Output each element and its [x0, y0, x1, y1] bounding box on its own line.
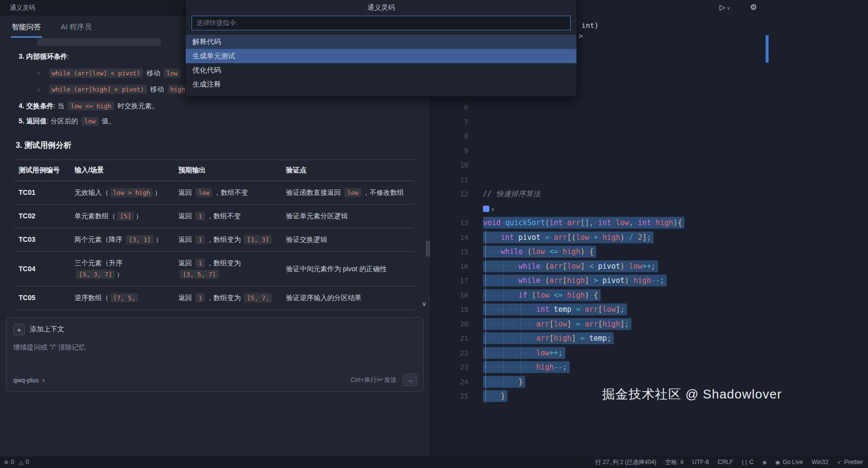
text: 返回 — [178, 188, 194, 196]
code-token: ] — [567, 320, 572, 328]
code-token: arr — [554, 233, 567, 242]
line-number[interactable]: 20 — [432, 320, 468, 328]
code-token: / — [629, 233, 633, 242]
code-line: 9 — [432, 143, 868, 158]
code-token: low — [536, 349, 549, 357]
quickpick-option[interactable]: 解释代码 — [186, 35, 577, 49]
line-number[interactable]: 23 — [432, 363, 468, 371]
line-number[interactable]: 24 — [432, 378, 468, 386]
chat-input-placeholder[interactable]: 继续提问或 "/" 清除记忆 — [13, 343, 416, 352]
line-number[interactable]: 18 — [432, 291, 468, 299]
tab-smart-qa[interactable]: 智能问答 — [11, 20, 42, 35]
code-token: high — [536, 363, 554, 372]
statusbar-encoding[interactable]: UTF-8 — [692, 459, 709, 466]
code-token: = — [576, 305, 580, 314]
line-content: ········while·(arr[high]·>·pivot)·high--… — [483, 275, 667, 286]
statusbar-eol[interactable]: CRLF — [718, 459, 733, 466]
statusbar-label: 行 27, 列 2 (已选择404) — [595, 458, 656, 467]
quickpick-option[interactable]: 生成单元测试 — [186, 49, 577, 63]
quickpick-option[interactable]: 优化代码 — [186, 63, 577, 77]
panel-title: 通义灵码 — [10, 4, 35, 11]
error-icon: ⊘ — [4, 459, 8, 466]
statusbar-platform[interactable]: Win32 — [812, 459, 828, 466]
code-token: ) — [620, 262, 625, 271]
line-number[interactable]: 14 — [432, 234, 468, 241]
statusbar-prettier[interactable]: ✓Prettier — [837, 459, 863, 466]
line-number[interactable]: 22 — [432, 349, 468, 357]
code-token: ; — [607, 334, 611, 343]
add-context-button[interactable]: + — [13, 324, 25, 335]
plus-icon: + — [17, 326, 22, 334]
whitespace-dots: ············ — [483, 320, 536, 328]
statusbar-extension[interactable]: ◈ — [763, 459, 767, 466]
line-number[interactable]: 19 — [432, 305, 468, 313]
text: 移动 — [145, 69, 162, 77]
whitespace-dots: · — [563, 218, 567, 227]
code-token: = — [576, 320, 580, 328]
line-number[interactable]: 25 — [432, 392, 468, 400]
quickpick-option[interactable]: 生成注释 — [186, 77, 577, 92]
code-line: 23············high--; — [432, 360, 868, 375]
send-button[interactable]: → — [403, 374, 417, 386]
statusbar-language-mode[interactable]: { }C — [742, 459, 754, 466]
tongyi-codelens-icon[interactable]: ∨ — [483, 204, 494, 213]
test-case-id: TC03 — [15, 228, 71, 252]
table-header: 预期输出 — [174, 160, 282, 181]
code-token: int — [598, 218, 611, 227]
code-token: low — [554, 320, 567, 328]
line-number[interactable]: 15 — [432, 248, 468, 256]
code-token: int — [536, 305, 549, 314]
line-number[interactable]: 6 — [432, 103, 468, 111]
chat-scrollbar-thumb[interactable] — [426, 241, 430, 257]
code-token: int — [501, 233, 514, 242]
statusbar-go-live[interactable]: ◉Go Live — [775, 459, 803, 466]
line-number[interactable]: 21 — [432, 334, 468, 342]
status-bar: ⊘0△0 行 27, 列 2 (已选择404)空格: 4UTF-8CRLF{ }… — [0, 456, 868, 468]
line-number[interactable]: 9 — [432, 147, 468, 155]
whitespace-dots: · — [585, 262, 589, 271]
bullet-content: while (arr[low] < pivot) 移动 low — [48, 68, 182, 79]
code-token: arr — [567, 218, 580, 227]
inline-code: low — [81, 117, 98, 126]
chat-input-bottom: qwq-plus ∨ Ctrl+换行/↵发送 → — [13, 374, 417, 386]
line-number[interactable]: 11 — [432, 176, 468, 184]
whitespace-dots: · — [558, 247, 563, 256]
line-number[interactable]: 13 — [432, 219, 468, 227]
chevron-down-icon: ∨ — [491, 207, 494, 212]
line-number[interactable]: 16 — [432, 262, 468, 270]
statusbar-indentation[interactable]: 空格: 4 — [665, 458, 683, 467]
line-number[interactable]: 12 — [432, 190, 468, 198]
scrollbar-decoration[interactable] — [766, 35, 769, 63]
code-token: low — [616, 218, 629, 227]
line-number[interactable]: 7 — [432, 118, 468, 126]
statusbar-cursor-position[interactable]: 行 27, 列 2 (已选择404) — [595, 458, 656, 467]
quickpick-input[interactable]: 选择快捷指令: — [192, 16, 571, 30]
whitespace-dots: · — [633, 233, 638, 242]
text: 三个元素（升序 — [74, 259, 122, 267]
arrow-right-icon: → — [407, 376, 413, 384]
code-token: { — [589, 247, 594, 256]
model-selector[interactable]: qwq-plus ∨ — [13, 376, 45, 384]
line-number[interactable]: 17 — [432, 277, 468, 284]
tab-ai-programmer[interactable]: AI 程序员 — [60, 20, 93, 35]
text: : 分区后的 — [47, 117, 80, 125]
line-content: ············arr[high]·=·temp; — [483, 332, 614, 344]
list-label: 内部循环条件 — [26, 52, 68, 60]
whitespace-dots: · — [625, 233, 629, 242]
chevron-down-icon: ∨ — [42, 377, 45, 383]
whitespace-dots: · — [580, 320, 585, 328]
text: 逆序数组（ — [74, 294, 109, 302]
text: ，数组变为 — [206, 259, 241, 267]
watermark: 掘金技术社区 @ Shadowlover — [602, 386, 782, 403]
whitespace-dots: · — [523, 247, 527, 256]
statusbar-warnings[interactable]: △0 — [19, 459, 29, 466]
chevron-down-icon[interactable]: ∨ — [422, 300, 427, 307]
table-row: TC04三个元素（升序 [5, 3, 7]）返回 1，数组变为 [3, 5, 7… — [15, 252, 414, 286]
line-number[interactable]: 10 — [432, 161, 468, 169]
line-number[interactable]: 8 — [432, 132, 468, 140]
statusbar-label: 0 — [25, 459, 29, 466]
line-content: ········while·(arr[low]·<·pivot)·low++; — [483, 260, 658, 272]
code-token: -- — [554, 363, 563, 372]
whitespace-dots: · — [549, 291, 554, 300]
statusbar-errors[interactable]: ⊘0 — [4, 459, 14, 466]
